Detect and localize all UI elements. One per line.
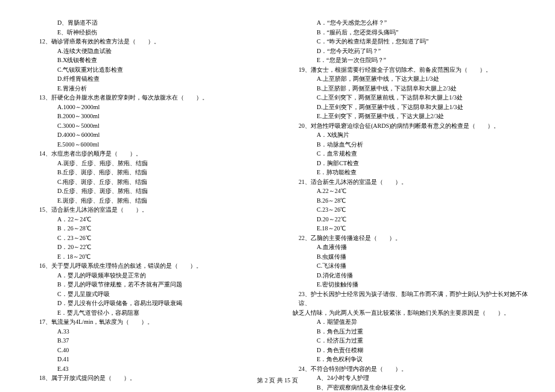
q11-opt-e: E、听神经损伤 xyxy=(33,28,271,37)
q16-opt-c: C．婴儿呈腹式呼吸 xyxy=(33,289,271,299)
q20-opt-b: B．动脉血气分析 xyxy=(293,140,531,150)
q18-opt-a: A．“您今天感觉怎么样？” xyxy=(293,18,531,28)
q13-opt-a: A.1000～2000ml xyxy=(33,103,271,112)
q16-opt-e: E．婴儿气道管径小，容易阻塞 xyxy=(33,308,271,318)
q15-opt-c: C．23～26℃ xyxy=(33,233,271,243)
q20-stem: 20、对急性呼吸窘迫综合征(ARDS)的病情判断最有意义的检查是（ ）。 xyxy=(293,121,531,131)
q23-stem-line2: 缺乏人情味，为此两人关系一直比较紧张，影响她们关系的主要原因是（ ）。 xyxy=(293,308,531,318)
q13-opt-d: D.4000～6000ml xyxy=(33,130,271,140)
q12-opt-b: B.X线钡餐检查 xyxy=(33,55,271,65)
q13-opt-b: B.2000～3000ml xyxy=(33,112,271,121)
q19-opt-a: A.上至脐部，两侧至腋中线，下达大腿上1/3处 xyxy=(293,74,531,84)
q21-opt-e: E.18～20℃ xyxy=(293,224,531,233)
q23-opt-d: D．角色责任模糊 xyxy=(293,346,531,355)
q12-opt-a: A.连续大便隐血试验 xyxy=(33,46,271,56)
q20-opt-a: A．X线胸片 xyxy=(293,130,531,140)
q23-opt-a: A．期望值差异 xyxy=(293,317,531,327)
q21-opt-b: B.26～28℃ xyxy=(293,196,531,206)
q22-stem: 22、乙脑的主要传播途径是（ ）。 xyxy=(293,233,531,243)
q13-opt-e: E.5000～6000ml xyxy=(33,140,271,150)
q21-stem: 21、适合新生儿沐浴的室温是（ ）。 xyxy=(293,177,531,187)
q14-opt-a: A.斑疹、丘疹、疱疹、脓疱、结痂 xyxy=(33,159,271,168)
q17-opt-e: E.43 xyxy=(33,364,271,374)
q22-opt-c: C.飞沫传播 xyxy=(293,261,531,271)
q16-stem: 16、关于婴儿呼吸系统生理特点的叙述，错误的是（ ）。 xyxy=(33,261,271,271)
q22-opt-d: D.消化道传播 xyxy=(293,271,531,280)
q12-opt-d: D.纤维胃镜检查 xyxy=(33,74,271,84)
q18-opt-b: B．“服药后，您还觉得头痛吗” xyxy=(293,28,531,37)
q12-opt-e: E.胃液分析 xyxy=(33,84,271,93)
q23-opt-c: C．经济压力过重 xyxy=(293,336,531,346)
q19-stem: 19、潘女士，根据需要行经腹全子宫切除术。前备皮范围应为（ ）。 xyxy=(293,65,531,75)
q12-stem: 12、确诊肾癌最有效的检查方法是（ ）。 xyxy=(33,37,271,46)
q15-opt-d: D．20～22℃ xyxy=(33,242,271,252)
q18-opt-d: D．“您今天吃药了吗？” xyxy=(293,46,531,56)
q15-stem: 15、适合新生儿沐浴的室温是（ ）。 xyxy=(33,205,271,215)
q23-stem-line1: 23、护士长因护士经常因为孩子请假、影响工作而不满，而护士则认为护士长对她不体谅… xyxy=(293,289,531,308)
left-column: D、胃肠道不适 E、听神经损伤 12、确诊肾癌最有效的检查方法是（ ）。 A.连… xyxy=(33,18,271,392)
q14-opt-c: C.疱疹、斑疹、丘疹、脓疱、结痂 xyxy=(33,177,271,187)
q18-opt-c: C．“昨天的检查结果是阴性，您知道了吗” xyxy=(293,37,531,46)
q17-opt-a: A.33 xyxy=(33,327,271,337)
q20-opt-d: D．胸部CT检查 xyxy=(293,159,531,168)
right-column: A．“您今天感觉怎么样？” B．“服药后，您还觉得头痛吗” C．“昨天的检查结果… xyxy=(293,18,531,392)
q24-stem: 24、不符合特别护理内容的是（ ）。 xyxy=(293,364,531,374)
q20-opt-c: C．血常规检查 xyxy=(293,149,531,159)
q16-opt-a: A．婴儿的呼吸频率较快是正常的 xyxy=(33,271,271,280)
q19-opt-e: E.上至剑突下，两侧至腋中线，下达大腿上2/3处 xyxy=(293,112,531,121)
q14-opt-b: B.丘疹、斑疹、疱疹、脓疱、结痂 xyxy=(33,168,271,177)
page-footer: 第 2 页 共 15 页 xyxy=(0,376,555,385)
q15-opt-a: A．22～24℃ xyxy=(33,215,271,224)
q22-opt-a: A.血液传播 xyxy=(293,242,531,252)
q21-opt-c: C.23～26℃ xyxy=(293,205,531,215)
q14-stem: 14、水痘患者出疹的顺序是（ ）。 xyxy=(33,149,271,159)
q11-opt-d: D、胃肠道不适 xyxy=(33,18,271,28)
q23-opt-e: E．角色权利争议 xyxy=(293,355,531,364)
q21-opt-d: D.20～22℃ xyxy=(293,215,531,224)
q22-opt-b: B.虫媒传播 xyxy=(293,252,531,262)
q19-opt-c: C.上至剑突下，两侧至腋前线，下达阴阜和大腿上1/3处 xyxy=(293,93,531,103)
q19-opt-b: B.上至脐部，两侧至腋中线，下达阴阜和大腿上2/3处 xyxy=(293,84,531,93)
q16-opt-b: B．婴儿的呼吸节律规整，若不齐就有严重问题 xyxy=(33,280,271,289)
q13-opt-c: C.3000～5000ml xyxy=(33,121,271,131)
q19-opt-d: D.上至剑突下，两侧至腋中线，下达阴阜和大腿上1/3处 xyxy=(293,103,531,112)
q17-opt-c: C.40 xyxy=(33,346,271,355)
q23-opt-b: B．角色压力过重 xyxy=(293,327,531,337)
q14-opt-e: E.斑疹、疱疹、丘疹、脓疱、结痂 xyxy=(33,196,271,206)
q20-opt-e: E．肺功能检查 xyxy=(293,168,531,177)
q22-opt-e: E.密切接触传播 xyxy=(293,280,531,289)
q13-stem: 13、肝硬化合并腹水患者腹腔穿刺时，每次放腹水在（ ）。 xyxy=(33,93,271,103)
q17-opt-d: D.41 xyxy=(33,355,271,364)
q16-opt-d: D．婴儿没有什么呼吸储备，容易出现呼吸衰竭 xyxy=(33,299,271,308)
q18-opt-e: E．“您是第一次住院吗？” xyxy=(293,55,531,65)
q21-opt-a: A.22～24℃ xyxy=(293,186,531,196)
q17-stem: 17、氧流量为4L/min，氧浓度为（ ）。 xyxy=(33,317,271,327)
q17-opt-b: B.37 xyxy=(33,336,271,346)
q15-opt-b: B．26～28℃ xyxy=(33,224,271,233)
q12-opt-c: C.气钡双重对比造影检查 xyxy=(33,65,271,75)
q15-opt-e: E．18～20℃ xyxy=(33,252,271,262)
q14-opt-d: D.丘疹、疱疹、斑疹、脓疱、结痂 xyxy=(33,186,271,196)
